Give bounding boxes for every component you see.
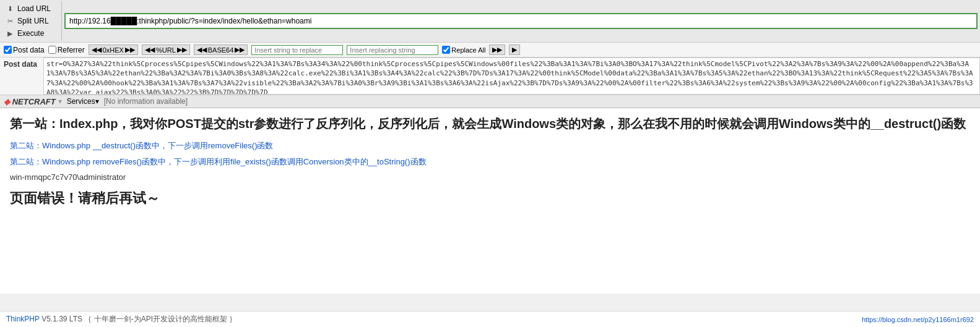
url-right-arrow: ▶▶ (177, 46, 187, 54)
netcraft-bar: ◆ NETCRAFT ▾ Services▾ [No information a… (0, 95, 980, 108)
netcraft-dot: ◆ (4, 97, 10, 106)
post-data-checkbox[interactable] (4, 46, 12, 54)
no-info-text: [No information available] (104, 97, 188, 106)
url-input-area (62, 1, 980, 41)
main-paragraph: 第一站：Index.php，我对你POST提交的str参数进行了反序列化，反序列… (10, 114, 970, 133)
replace-all-label: Replace All (451, 46, 485, 54)
admin-text: win-mmqpc7c7v70\administrator (10, 172, 970, 182)
netcraft-separator: ▾ (58, 97, 62, 106)
post-data-section: Post data (0, 57, 980, 95)
replace-arrow-button[interactable]: ▶▶ (489, 45, 505, 55)
replace-all-checkbox-label[interactable]: Replace All (442, 46, 485, 54)
load-url-label: Load URL (17, 4, 51, 13)
hex-label: 0xHEX (103, 46, 124, 54)
post-data-option-label: Post data (13, 46, 45, 54)
split-url-label: Split URL (17, 17, 49, 25)
split-url-icon: ✂ (5, 16, 15, 26)
execute-icon: ▶ (5, 28, 15, 38)
error-text: 页面错误！请稍后再试～ (10, 189, 970, 208)
replace-arrow-icon: ▶▶ (492, 46, 502, 54)
execute-label: Execute (17, 29, 44, 38)
load-url-button[interactable]: ⬇ Load URL (2, 2, 59, 15)
base64-encode-button[interactable]: ◀◀ BASE64 ▶▶ (194, 45, 248, 55)
url-left-arrow: ◀◀ (145, 46, 155, 54)
referrer-label: Referrer (58, 46, 85, 54)
replace-arrow2-icon: ▶ (512, 46, 517, 54)
url-input[interactable] (64, 13, 978, 29)
execute-button[interactable]: ▶ Execute (2, 27, 59, 40)
insert-replacing-string-input[interactable] (347, 45, 438, 55)
options-bar: Post data Referrer ◀◀ 0xHEX ▶▶ ◀◀ %URL ▶… (0, 43, 980, 57)
referrer-checkbox[interactable] (48, 46, 56, 54)
base64-right-arrow: ▶▶ (235, 46, 245, 54)
base64-left-arrow: ◀◀ (197, 46, 207, 54)
post-data-textarea[interactable] (43, 57, 980, 95)
insert-string-to-replace-input[interactable] (251, 45, 343, 55)
toolbar: ⬇ Load URL ✂ Split URL ▶ Execute (0, 0, 980, 43)
content-area: 第一站：Index.php，我对你POST提交的str参数进行了反序列化，反序列… (0, 108, 980, 294)
url-encode-button[interactable]: ◀◀ %URL ▶▶ (142, 45, 190, 55)
link1[interactable]: 第二站：Windows.php __destruct()函数中，下一步调用rem… (10, 140, 970, 151)
base64-label: BASE64 (208, 46, 234, 54)
services-button[interactable]: Services▾ (64, 96, 102, 106)
toolbar-buttons: ⬇ Load URL ✂ Split URL ▶ Execute (0, 1, 62, 41)
referrer-checkbox-label[interactable]: Referrer (48, 46, 85, 54)
hex-left-arrow: ◀◀ (92, 46, 102, 54)
post-data-checkbox-label[interactable]: Post data (4, 46, 45, 54)
url-label: %URL (156, 46, 176, 54)
replace-arrow2-button[interactable]: ▶ (509, 45, 520, 55)
hex-right-arrow: ▶▶ (125, 46, 135, 54)
split-url-button[interactable]: ✂ Split URL (2, 15, 59, 27)
hex-encode-button[interactable]: ◀◀ 0xHEX ▶▶ (89, 45, 138, 55)
replace-all-checkbox[interactable] (442, 46, 450, 54)
netcraft-logo: ◆ NETCRAFT (4, 97, 56, 106)
link2[interactable]: 第二站：Windows.php removeFiles()函数中，下一步调用利用… (10, 156, 970, 168)
post-data-label: Post data (0, 57, 43, 95)
load-url-icon: ⬇ (5, 4, 15, 14)
